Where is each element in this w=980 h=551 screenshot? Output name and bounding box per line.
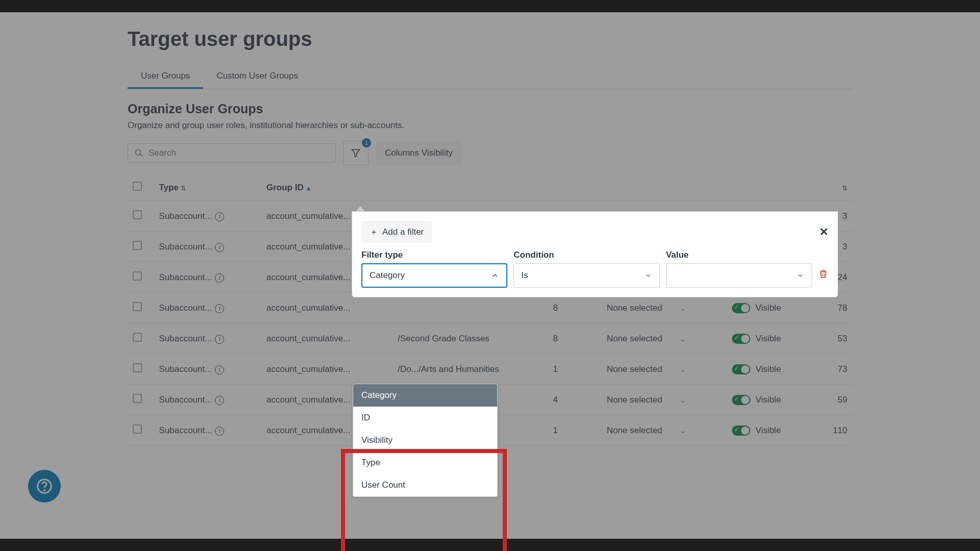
delete-filter-button[interactable]	[818, 268, 828, 288]
chevron-down-icon	[644, 271, 652, 280]
dropdown-option-id[interactable]: ID	[353, 407, 497, 429]
value-label: Value	[666, 250, 812, 260]
popover-arrow	[356, 206, 364, 211]
close-icon[interactable]: ✕	[819, 226, 828, 239]
chevron-down-icon	[796, 271, 804, 280]
dropdown-option-type[interactable]: Type	[353, 452, 497, 474]
dropdown-option-visibility[interactable]: Visibility	[353, 429, 497, 452]
value-select[interactable]	[666, 263, 812, 288]
filter-type-label: Filter type	[361, 250, 507, 260]
condition-label: Condition	[513, 250, 659, 260]
filter-type-dropdown: Category ID Visibility Type User Count	[353, 384, 498, 497]
add-filter-button[interactable]: ＋ Add a filter	[361, 221, 432, 243]
plus-icon: ＋	[370, 226, 378, 238]
chevron-up-icon	[491, 271, 499, 280]
filter-type-select[interactable]: Category	[361, 263, 507, 288]
condition-select[interactable]: Is	[513, 263, 659, 288]
dropdown-option-user-count[interactable]: User Count	[353, 474, 497, 496]
dropdown-option-category[interactable]: Category	[353, 384, 497, 407]
filter-panel: ＋ Add a filter ✕ Filter type Category Co…	[352, 211, 838, 297]
trash-icon	[818, 268, 828, 280]
